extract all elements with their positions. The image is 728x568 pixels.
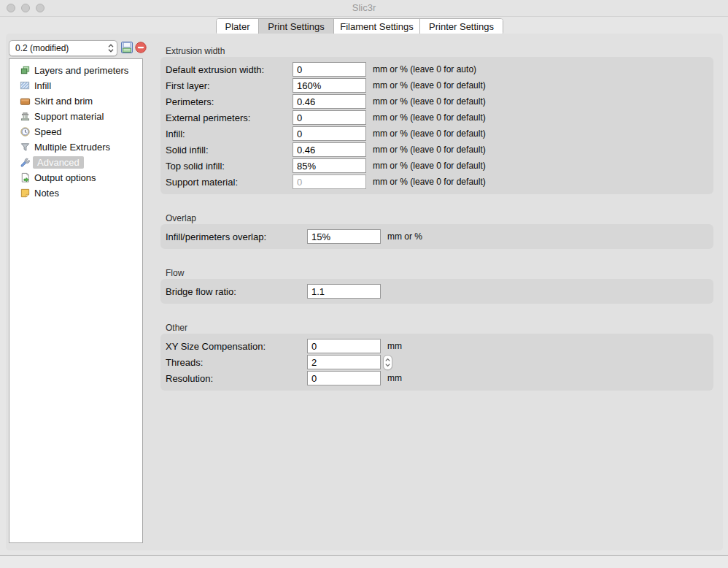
layers-icon [20,65,31,76]
input-default-extrusion-width[interactable] [293,62,366,77]
setting-row-infill-perimeters-overlap: Infill/perimeters overlap:mm or % [160,229,713,245]
setting-label: Support material: [166,177,293,188]
setting-label: XY Size Compensation: [166,341,307,352]
floppy-save-icon [120,45,133,56]
status-bar [0,555,728,568]
setting-unit: mm [387,373,402,383]
setting-unit: mm or % (leave 0 for default) [373,161,486,171]
setting-row-support-material: Support material:mm or % (leave 0 for de… [160,174,713,190]
input-xy-size-compensation[interactable] [307,339,381,353]
main-tab-bar: PlaterPrint SettingsFilament SettingsPri… [216,18,503,35]
section-title: Overlap [160,212,713,224]
setting-unit: mm or % (leave 0 for default) [373,112,486,123]
support-icon [20,111,31,122]
sidebar-item-label: Multiple Extruders [34,142,110,153]
tab-print-settings[interactable]: Print Settings [259,19,334,34]
setting-label: Solid infill: [166,145,293,156]
slic3r-window: Slic3r PlaterPrint SettingsFilament Sett… [0,0,728,568]
section-title: Other [160,322,713,334]
section-panel: XY Size Compensation:mmThreads:Resolutio… [160,334,713,391]
settings-panel: Extrusion widthDefault extrusion width:m… [160,45,713,391]
sidebar-item-label: Infill [34,80,51,91]
input-external-perimeters[interactable] [293,110,366,125]
section-title: Extrusion width [160,45,713,57]
print-settings-page: 0.2 (modified) Layers and perimetersInfi… [6,34,723,550]
sidebar-item-advanced[interactable]: Advanced [9,155,142,170]
setting-row-top-solid-infill: Top solid infill:mm or % (leave 0 for de… [160,158,713,174]
input-infill-perimeters-overlap[interactable] [307,229,381,244]
threads-stepper[interactable] [383,355,392,370]
sidebar-item-output-options[interactable]: Output options [9,170,142,185]
sidebar-item-label: Support material [34,111,104,122]
preset-select[interactable]: 0.2 (modified) [9,40,117,56]
sidebar-item-skirt-and-brim[interactable]: Skirt and brim [9,93,142,109]
sidebar-item-label: Layers and perimeters [34,65,128,76]
setting-label: Threads: [166,357,307,368]
section-other: OtherXY Size Compensation:mmThreads:Reso… [160,322,713,391]
save-preset-button[interactable] [120,41,133,54]
input-first-layer[interactable] [293,78,366,93]
section-panel: Infill/perimeters overlap:mm or % [160,224,713,249]
preset-select-value: 0.2 (modified) [15,43,69,53]
setting-row-threads: Threads: [160,354,713,370]
sidebar-item-support-material[interactable]: Support material [9,109,142,124]
setting-label: Bridge flow ratio: [166,286,307,297]
setting-label: Top solid infill: [166,161,293,172]
input-support-material [293,174,366,189]
input-solid-infill[interactable] [293,142,366,157]
settings-category-list: Layers and perimetersInfillSkirt and bri… [9,58,143,543]
setting-label: First layer: [166,80,293,91]
setting-row-default-extrusion-width: Default extrusion width:mm or % (leave 0… [160,61,713,77]
red-minus-circle-icon [134,45,147,56]
setting-row-infill: Infill:mm or % (leave 0 for default) [160,126,713,142]
setting-unit: mm [387,341,402,351]
tab-plater[interactable]: Plater [217,19,259,34]
setting-row-solid-infill: Solid infill:mm or % (leave 0 for defaul… [160,142,713,158]
setting-unit: mm or % (leave 0 for default) [373,177,486,187]
tab-printer-settings[interactable]: Printer Settings [420,19,503,34]
input-threads[interactable] [307,355,381,369]
input-perimeters[interactable] [293,94,366,109]
setting-label: Default extrusion width: [166,64,293,75]
sidebar-item-infill[interactable]: Infill [9,78,142,93]
input-top-solid-infill[interactable] [293,158,366,173]
section-extrusion-width: Extrusion widthDefault extrusion width:m… [160,45,713,194]
section-panel: Bridge flow ratio: [160,279,713,304]
chevron-up-down-icon [107,43,115,53]
setting-unit: mm or % (leave 0 for auto) [373,64,476,74]
output-icon [20,172,31,183]
window-title: Slic3r [0,2,728,13]
input-infill[interactable] [293,126,366,141]
sidebar-item-label: Advanced [33,156,84,169]
section-overlap: OverlapInfill/perimeters overlap:mm or % [160,212,713,249]
setting-unit: mm or % (leave 0 for default) [373,96,486,107]
sidebar-item-speed[interactable]: Speed [9,124,142,139]
section-panel: Default extrusion width:mm or % (leave 0… [160,57,713,194]
setting-label: Infill/perimeters overlap: [166,231,307,242]
title-bar: Slic3r [0,0,728,17]
setting-label: Perimeters: [166,96,293,107]
wrench-icon [20,157,31,168]
sidebar-item-label: Output options [34,172,96,183]
input-bridge-flow-ratio[interactable] [307,284,381,299]
setting-row-first-layer: First layer:mm or % (leave 0 for default… [160,77,713,93]
delete-preset-button[interactable] [134,41,147,54]
setting-unit: mm or % (leave 0 for default) [373,128,486,139]
section-title: Flow [160,267,713,279]
sidebar-item-multiple-extruders[interactable]: Multiple Extruders [9,139,142,155]
tab-filament-settings[interactable]: Filament Settings [334,19,420,34]
setting-unit: mm or % [387,231,422,242]
setting-row-perimeters: Perimeters:mm or % (leave 0 for default) [160,93,713,110]
infill-icon [20,80,31,91]
setting-unit: mm or % (leave 0 for default) [373,80,486,91]
sidebar-item-notes[interactable]: Notes [9,185,142,201]
speed-icon [20,126,31,137]
sidebar-item-layers-and-perimeters[interactable]: Layers and perimeters [9,63,142,78]
notes-icon [20,188,31,199]
section-flow: FlowBridge flow ratio: [160,267,713,304]
setting-row-resolution: Resolution:mm [160,370,713,386]
setting-unit: mm or % (leave 0 for default) [373,145,486,155]
extruders-icon [20,142,31,153]
sidebar-item-label: Notes [34,188,59,199]
input-resolution[interactable] [307,371,381,385]
